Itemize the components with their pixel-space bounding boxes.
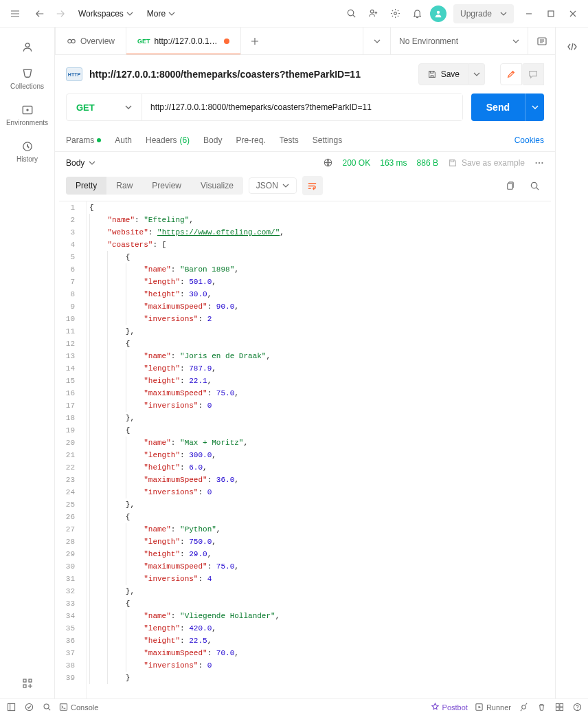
subtab-params[interactable]: Params xyxy=(66,135,101,145)
window-close[interactable] xyxy=(563,4,583,23)
rail-collections[interactable] xyxy=(5,36,49,59)
tab-overview-label: Overview xyxy=(80,36,115,46)
window-maximize[interactable] xyxy=(541,4,561,23)
edit-icon[interactable] xyxy=(500,63,522,85)
seg-preview[interactable]: Preview xyxy=(142,177,191,195)
subtab-body-label: Body xyxy=(203,135,222,145)
url-row: GET Send xyxy=(55,94,555,129)
rail-environments-item[interactable]: Environments xyxy=(5,98,49,132)
save-dropdown[interactable] xyxy=(468,63,485,85)
more-menu[interactable]: More xyxy=(142,4,181,23)
json-viewer[interactable]: 1234567891011121314151617181920212223242… xyxy=(59,201,551,698)
window-minimize[interactable] xyxy=(519,4,539,23)
subtab-settings-label: Settings xyxy=(313,135,342,145)
svg-point-23 xyxy=(44,704,49,709)
save-example-button[interactable]: Save as example xyxy=(448,158,525,168)
subtab-auth[interactable]: Auth xyxy=(115,135,132,145)
subtab-prereq-label: Pre-req. xyxy=(236,135,265,145)
environment-select[interactable]: No Environment xyxy=(390,28,528,54)
workspaces-menu[interactable]: Workspaces xyxy=(73,4,139,23)
trash-icon[interactable] xyxy=(536,702,547,713)
wrap-lines-icon[interactable] xyxy=(302,176,323,195)
rail-history-label: History xyxy=(16,155,38,163)
top-bar: Workspaces More Upgrade xyxy=(0,0,588,28)
seg-raw[interactable]: Raw xyxy=(106,177,142,195)
back-button[interactable] xyxy=(30,4,49,23)
code-panel-icon[interactable] xyxy=(561,36,583,58)
send-button[interactable]: Send xyxy=(471,94,525,121)
svg-rect-9 xyxy=(23,679,26,682)
line-gutter: 1234567891011121314151617181920212223242… xyxy=(59,201,87,698)
svg-rect-19 xyxy=(507,183,512,188)
tabs-dropdown[interactable] xyxy=(363,28,390,54)
response-size: 886 B xyxy=(417,158,438,168)
tabs-row: Overview GET http://127.0.0.1:8000/th No… xyxy=(55,28,555,55)
workspaces-label: Workspaces xyxy=(78,9,124,19)
subtab-body[interactable]: Body xyxy=(203,135,222,145)
invite-icon[interactable] xyxy=(364,4,383,23)
rail-collections-item[interactable]: Collections xyxy=(5,62,49,96)
search-response-icon[interactable] xyxy=(525,176,544,195)
sync-ok-icon[interactable] xyxy=(23,702,34,713)
find-icon[interactable] xyxy=(41,702,52,713)
params-active-dot xyxy=(97,138,101,142)
search-icon[interactable] xyxy=(342,4,361,23)
response-status: 200 OK xyxy=(343,158,371,168)
svg-point-5 xyxy=(25,43,30,47)
subtab-headers[interactable]: Headers (6) xyxy=(146,135,190,145)
svg-rect-10 xyxy=(29,679,32,682)
environment-quicklook[interactable] xyxy=(528,28,555,54)
tab-add-button[interactable] xyxy=(241,28,269,54)
settings-icon[interactable] xyxy=(386,4,405,23)
postbot-button[interactable]: Postbot xyxy=(431,703,468,712)
url-input[interactable] xyxy=(142,94,462,120)
svg-point-3 xyxy=(437,10,440,13)
subtab-tests[interactable]: Tests xyxy=(280,135,299,145)
console-button[interactable]: Console xyxy=(59,703,98,712)
center-pane: Overview GET http://127.0.0.1:8000/th No… xyxy=(55,28,555,698)
cookies-link[interactable]: Cookies xyxy=(514,135,544,145)
forward-button[interactable] xyxy=(51,4,70,23)
comment-icon[interactable] xyxy=(522,63,544,85)
svg-point-16 xyxy=(536,162,537,163)
method-select[interactable]: GET xyxy=(67,94,142,120)
rail-environments-label: Environments xyxy=(6,119,48,126)
response-toolbar: Pretty Raw Preview Visualize JSON xyxy=(55,173,555,201)
globe-icon[interactable] xyxy=(323,157,333,168)
capture-icon[interactable] xyxy=(518,702,529,713)
runner-button[interactable]: Runner xyxy=(475,703,511,712)
hamburger-icon[interactable] xyxy=(5,4,25,23)
response-more-icon[interactable] xyxy=(534,158,544,168)
svg-rect-30 xyxy=(559,707,563,711)
view-mode-segment: Pretty Raw Preview Visualize xyxy=(66,177,243,195)
svg-rect-28 xyxy=(559,703,563,707)
seg-pretty[interactable]: Pretty xyxy=(66,177,106,195)
runner-label: Runner xyxy=(486,703,511,712)
format-select[interactable]: JSON xyxy=(249,177,297,194)
subtab-tests-label: Tests xyxy=(280,135,299,145)
upgrade-button[interactable]: Upgrade xyxy=(453,4,514,23)
rail-configure[interactable] xyxy=(5,672,49,698)
svg-point-26 xyxy=(521,705,525,710)
help-icon[interactable] xyxy=(572,702,583,713)
svg-rect-21 xyxy=(8,703,14,710)
code-area[interactable]: { "name": "Efteling", "website": "https:… xyxy=(87,201,551,698)
avatar[interactable] xyxy=(430,6,446,22)
notifications-icon[interactable] xyxy=(408,4,427,23)
copy-icon[interactable] xyxy=(500,176,519,195)
subtab-prereq[interactable]: Pre-req. xyxy=(236,135,265,145)
layout-icon[interactable] xyxy=(554,702,565,713)
rail-history-item[interactable]: History xyxy=(5,135,49,168)
panel-toggle-icon[interactable] xyxy=(5,702,16,713)
request-title: http://127.0.0.1:8000/themeparks/coaster… xyxy=(89,69,411,80)
request-subtabs: Params Auth Headers (6) Body Pre-req. Te… xyxy=(55,129,555,151)
subtab-params-label: Params xyxy=(66,135,94,145)
seg-visualize[interactable]: Visualize xyxy=(191,177,243,195)
response-section-select[interactable]: Body xyxy=(66,158,95,168)
save-button[interactable]: Save xyxy=(418,63,468,85)
subtab-settings[interactable]: Settings xyxy=(313,135,342,145)
tab-overview[interactable]: Overview xyxy=(55,28,126,54)
send-dropdown[interactable] xyxy=(525,94,544,121)
environment-label: No Environment xyxy=(399,36,458,46)
tab-request[interactable]: GET http://127.0.0.1:8000/th xyxy=(126,28,241,54)
